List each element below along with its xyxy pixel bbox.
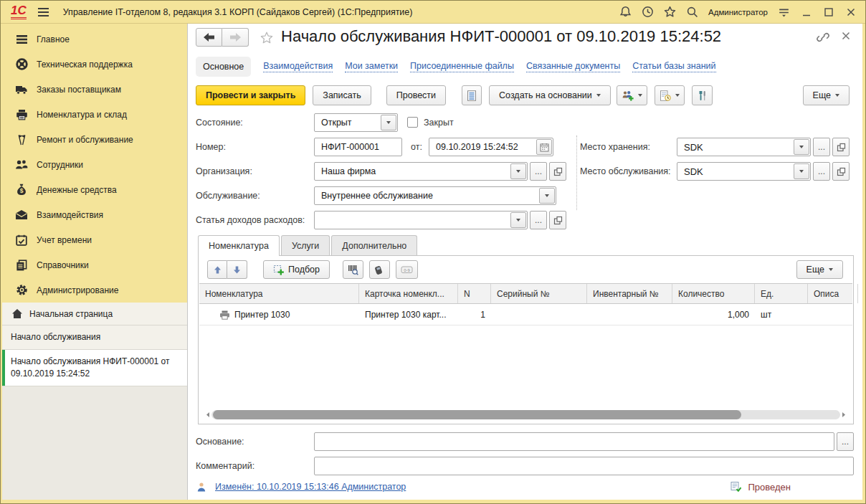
number-field[interactable]: НФИТ-000001 (314, 138, 402, 156)
sidebar-item-printer[interactable]: Номенклатура и склад (2, 102, 187, 127)
back-button[interactable] (196, 28, 222, 47)
grid-column-header[interactable]: Серийный № (491, 284, 587, 303)
grid-column-header[interactable]: N (458, 284, 491, 303)
basis-select-button[interactable]: ... (837, 432, 854, 451)
comment-field[interactable] (314, 457, 854, 475)
current-user[interactable]: Администратор (708, 8, 768, 16)
sidebar-item-mail[interactable]: Взаимодействия (2, 202, 187, 227)
sidebar-item-gear[interactable]: Администрирование (2, 277, 187, 303)
open-window-item[interactable]: Начало обслуживания (2, 325, 187, 350)
sidebar-item-support[interactable]: Техническая поддержка (2, 52, 187, 77)
organization-field[interactable]: Наша фирма (314, 162, 528, 181)
sidebar-item-calendar[interactable]: Учет времени (2, 227, 187, 252)
grid-column-header[interactable]: Ед. (755, 284, 808, 303)
sidebar-item-flags[interactable]: Ремонт и обслуживание (2, 127, 187, 152)
scrollbar-thumb[interactable] (213, 410, 741, 419)
serial-numbers-icon[interactable]: 0-9 (396, 260, 418, 279)
expense-item-open-button[interactable] (549, 211, 566, 229)
sheet-tab[interactable]: Номенклатура (198, 235, 280, 256)
change-form-button[interactable] (692, 85, 713, 105)
grid-cell[interactable] (808, 305, 858, 325)
grid-column-header[interactable]: Номенклатура (199, 284, 359, 303)
sidebar-item-books[interactable]: Справочники (2, 252, 187, 277)
barcode-search-icon[interactable] (343, 260, 363, 279)
expense-item-dropdown-icon[interactable] (510, 212, 526, 228)
storage-dropdown-icon[interactable] (794, 139, 809, 155)
history-icon[interactable] (639, 4, 656, 20)
more-button[interactable]: Еще (803, 85, 850, 105)
doc-tab[interactable]: Присоединенные файлы (410, 61, 514, 72)
add-user-task-button[interactable] (617, 85, 647, 105)
sidebar-item-truck[interactable]: Заказы поставщикам (2, 77, 187, 102)
notifications-icon[interactable] (617, 4, 634, 20)
doc-tab[interactable]: Мои заметки (345, 61, 398, 72)
organization-dropdown-icon[interactable] (510, 163, 526, 179)
move-down-button[interactable] (227, 260, 247, 279)
minimize-button[interactable] (798, 4, 814, 20)
service-dropdown-icon[interactable] (539, 188, 555, 204)
grid-column-header[interactable]: Карточка номенкл... (359, 284, 458, 303)
grid-cell[interactable]: 1 (458, 305, 491, 325)
grid-row[interactable]: Принтер 1030Принтер 1030 карт...11,000шт (199, 305, 852, 325)
maximize-button[interactable] (820, 4, 837, 20)
closed-checkbox[interactable] (407, 117, 418, 128)
post-and-close-button[interactable]: Провести и закрыть (196, 85, 305, 105)
grid-cell[interactable] (491, 305, 587, 325)
service-place-list-button[interactable]: ... (813, 162, 830, 181)
scroll-left-icon[interactable] (204, 412, 211, 419)
service-menu-icon[interactable] (776, 4, 792, 20)
state-dropdown-icon[interactable] (381, 115, 396, 130)
scroll-right-icon[interactable] (840, 412, 847, 419)
sheet-tab[interactable]: Услуги (281, 235, 330, 255)
service-place-dropdown-icon[interactable] (794, 163, 809, 179)
basis-field[interactable] (314, 432, 834, 451)
sidebar-item-money[interactable]: $Денежные средства (2, 177, 187, 202)
favorites-icon[interactable] (662, 4, 678, 20)
get-link-icon[interactable] (817, 31, 829, 44)
close-document-icon[interactable] (841, 31, 851, 41)
search-icon[interactable] (684, 4, 700, 20)
grid-cell[interactable]: Принтер 1030 карт... (359, 305, 458, 325)
forward-button[interactable] (222, 28, 249, 47)
barcode-scanner-icon[interactable] (369, 260, 390, 279)
pick-button[interactable]: Подбор (263, 260, 330, 279)
grid-cell[interactable]: шт (755, 305, 808, 325)
write-button[interactable]: Записать (313, 85, 371, 105)
grid-cell[interactable]: 1,000 (672, 305, 755, 325)
grid-more-button[interactable]: Еще (796, 260, 843, 279)
grid-column-header[interactable]: Количество (672, 284, 755, 303)
grid-column-header[interactable]: Инвентарный № (587, 284, 672, 303)
grid-cell[interactable] (587, 305, 672, 325)
organization-open-button[interactable] (549, 162, 566, 181)
grid-column-header[interactable]: Описа (808, 284, 858, 303)
grid-cell[interactable]: Принтер 1030 (199, 305, 359, 325)
service-field[interactable]: Внутреннее обслуживание (314, 186, 556, 205)
open-window-item[interactable]: Начало обслуживания НФИТ-000001 от 09.10… (2, 350, 187, 386)
main-menu-icon[interactable] (38, 8, 49, 16)
doc-tab[interactable]: Основное (196, 57, 251, 77)
sheet-tab[interactable]: Дополнительно (331, 235, 417, 255)
sidebar-item-people[interactable]: Сотрудники (2, 152, 187, 177)
grid-hscrollbar[interactable] (204, 409, 847, 420)
date-field[interactable]: 09.10.2019 15:24:52 (429, 138, 553, 156)
close-window-button[interactable] (842, 4, 859, 20)
post-button[interactable]: Провести (386, 85, 446, 105)
service-place-field[interactable]: SDK (677, 162, 811, 181)
organization-list-button[interactable]: ... (530, 162, 547, 181)
reminder-button[interactable] (655, 85, 685, 105)
calendar-icon[interactable] (536, 139, 552, 155)
sidebar-item-menu[interactable]: Главное (2, 27, 187, 52)
modified-link[interactable]: Изменён: 10.10.2019 15:13:46 Администрат… (215, 482, 406, 492)
doc-tab[interactable]: Связанные документы (526, 61, 620, 72)
favorite-star-icon[interactable] (260, 31, 274, 45)
expense-item-list-button[interactable]: ... (530, 211, 547, 229)
expense-item-field[interactable] (314, 211, 528, 229)
storage-field[interactable]: SDK (677, 138, 811, 156)
create-on-basis-button[interactable]: Создать на основании (489, 85, 611, 105)
doc-tab[interactable]: Статьи базы знаний (632, 61, 715, 72)
storage-open-button[interactable] (832, 138, 850, 156)
doc-tab[interactable]: Взаимодействия (263, 61, 333, 72)
home-page-item[interactable]: Начальная страница (2, 303, 187, 325)
service-place-open-button[interactable] (832, 162, 850, 181)
state-field[interactable]: Открыт (314, 113, 398, 132)
